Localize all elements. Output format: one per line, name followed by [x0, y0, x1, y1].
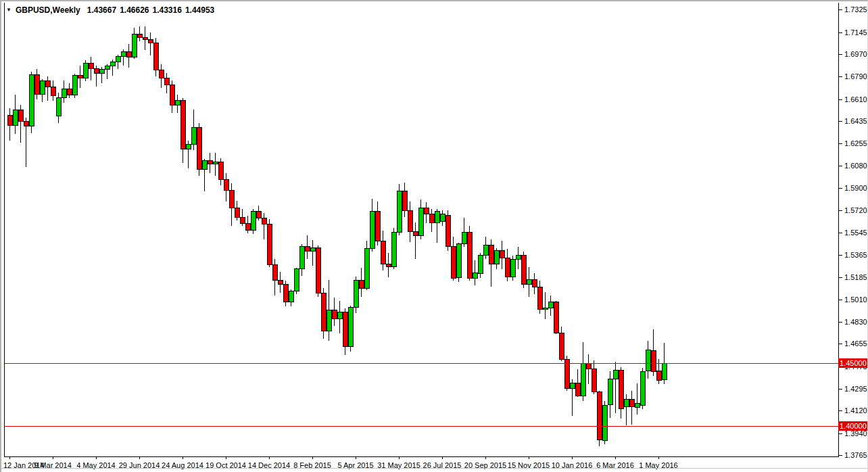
candle-body-up [72, 76, 77, 95]
candle-body-down [208, 160, 212, 164]
price-tick-label: 1.48300 [844, 318, 868, 326]
candle-body-up [473, 273, 477, 278]
candle-body-up [646, 350, 650, 371]
date-tick-mark [183, 456, 183, 459]
date-tick-mark [529, 456, 529, 459]
candle-body-up [370, 211, 375, 249]
candle-body-down [267, 225, 272, 265]
candle-body-down [521, 255, 526, 284]
candlestick-plot[interactable] [1, 1, 868, 472]
bar-low-value: 1.43316 [153, 5, 182, 15]
candle-body-up [624, 400, 629, 407]
candle-body-up [110, 62, 115, 66]
candle-body-up [478, 255, 483, 274]
candle-body-up [602, 405, 607, 441]
candle-body-down [332, 310, 337, 318]
candle-body-up [251, 211, 256, 231]
candle-body-up [299, 247, 304, 268]
candle-body-down [164, 78, 169, 85]
price-tick-label: 1.67900 [844, 73, 868, 80]
price-tick-mark [839, 455, 842, 456]
candle-body-down [159, 70, 164, 78]
candle-body-down [408, 210, 412, 231]
price-tick-mark [839, 143, 842, 144]
candle-body-up [581, 363, 585, 396]
date-tick-mark [442, 456, 443, 459]
price-tick-mark [839, 32, 842, 33]
candle-body-up [105, 66, 110, 70]
candle-body-up [608, 379, 612, 404]
candle-body-up [483, 245, 488, 255]
price-tick-label: 1.57200 [844, 207, 868, 214]
candle-body-down [7, 116, 12, 126]
date-tick-mark [615, 456, 616, 459]
level-price-badge: 1.40000 [838, 421, 868, 431]
candle-body-up [570, 383, 575, 388]
candle-body-down [575, 383, 580, 396]
price-tick-mark [839, 410, 842, 411]
date-tick-mark [356, 456, 356, 459]
candle-body-up [462, 233, 466, 244]
candle-body-up [364, 249, 369, 288]
candle-body-down [597, 392, 602, 440]
date-tick-mark [139, 456, 140, 459]
price-tick-label: 1.71450 [844, 29, 868, 37]
candle-body-up [527, 279, 531, 284]
price-tick-mark [839, 322, 842, 323]
candle-body-down [262, 218, 266, 224]
window-bottom-edge [1, 468, 868, 469]
candle-body-up [391, 233, 396, 267]
bar-high-value: 1.46626 [120, 5, 149, 15]
price-axis[interactable]: 1.732501.714501.697001.679001.661001.643… [838, 1, 868, 456]
candle-body-down [283, 284, 288, 302]
price-tick-mark [839, 300, 842, 300]
price-tick-label: 1.51850 [844, 274, 868, 281]
candle-body-down [229, 191, 234, 208]
chart-window: ▼ GBPUSD,Weekly 1.43667 1.46626 1.43316 … [0, 0, 868, 472]
candle-body-down [592, 369, 596, 392]
candle-body-down [316, 248, 320, 293]
candle-body-down [51, 87, 55, 95]
candle-body-up [516, 255, 521, 259]
price-tick-mark [839, 433, 842, 434]
candle-body-up [635, 403, 640, 407]
price-tick-label: 1.55450 [844, 229, 868, 237]
candle-body-down [343, 312, 347, 347]
price-tick-mark [839, 166, 842, 166]
candle-body-up [418, 208, 423, 236]
candle-body-up [83, 63, 88, 78]
candle-body-up [640, 371, 645, 406]
date-tick-mark [312, 456, 313, 459]
candle-body-down [235, 208, 239, 218]
candle-body-down [153, 43, 158, 70]
candle-body-down [402, 191, 407, 211]
price-tick-mark [839, 344, 842, 344]
price-tick-label: 1.46550 [844, 340, 868, 348]
candle-body-down [148, 40, 153, 43]
candle-body-down [170, 85, 174, 105]
candle-body-down [629, 400, 634, 407]
candle-body-up [175, 101, 180, 105]
candle-body-down [94, 68, 99, 73]
candle-body-down [586, 363, 591, 369]
date-tick-mark [96, 456, 97, 459]
price-tick-label: 1.60800 [844, 162, 868, 170]
candle-body-down [537, 287, 542, 309]
price-tick-mark [839, 76, 842, 77]
candle-body-up [327, 310, 331, 331]
candle-body-up [213, 162, 218, 164]
candle-body-up [99, 69, 104, 73]
candle-body-down [256, 211, 261, 218]
one-click-trading-arrow-icon[interactable]: ▼ [6, 7, 11, 14]
candle-body-down [359, 280, 364, 288]
candle-body-down [375, 211, 380, 241]
candle-body-down [489, 245, 493, 264]
candle-body-down [18, 110, 23, 121]
time-axis[interactable]: 12 Jan 20149 Mar 20144 May 201429 Jun 20… [1, 456, 838, 471]
date-tick-mark [399, 456, 400, 459]
candle-body-down [467, 233, 472, 279]
candle-body-down [554, 302, 558, 333]
price-tick-mark [839, 277, 842, 278]
price-tick-mark [839, 233, 842, 233]
candle-body-up [13, 110, 18, 125]
